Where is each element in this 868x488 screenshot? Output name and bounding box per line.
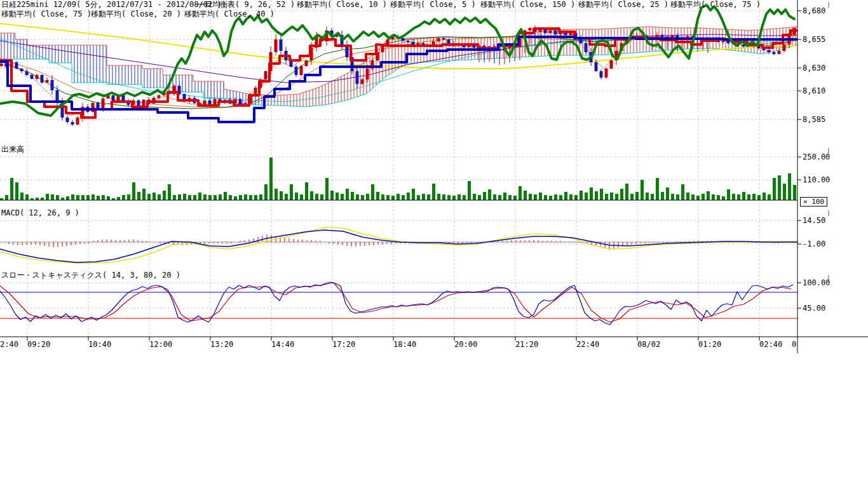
x-axis-label: 21:20: [515, 340, 538, 349]
x-axis-label: 22:40: [576, 340, 599, 349]
x-axis-label: 02:40: [759, 340, 782, 349]
y-axis-label: 100.00: [803, 278, 830, 287]
x-axis-label: 09:20: [27, 340, 50, 349]
stochastics-panel-label: スロー・ストキャスティクス( 14, 3, 80, 20 ): [1, 271, 180, 280]
y-axis-label: 8,655: [803, 35, 825, 44]
y-axis-label: 45.00: [803, 304, 825, 313]
x-axis-label: 13:20: [210, 340, 233, 349]
legend-row-1: 日経225mini 12/09( 5分, 2012/07/31 - 2012/0…: [0, 0, 868, 9]
legend-item: 一目均衡表( 9, 26, 52 ): [197, 0, 295, 9]
legend-row-2: 移動平均( Close, 75 )移動平均( Close, 20 )移動平均( …: [0, 10, 868, 18]
y-axis-label: 110.00: [803, 175, 830, 184]
x-axis-label: 08/02: [637, 340, 660, 349]
volume-multiplier-badge: × 100: [800, 197, 827, 207]
legend-item: 移動平均( Close, 40 ): [184, 10, 275, 18]
x-axis-label: 10:40: [88, 340, 111, 349]
x-axis-label: 0: [792, 340, 796, 349]
legend-item: 移動平均( Close, 75 ): [1, 10, 92, 18]
legend-item: 日経225mini 12/09( 5分, 2012/07/31 - 2012/0…: [1, 0, 222, 9]
y-axis-label: -1.00: [803, 240, 825, 248]
x-axis-label: 17:20: [332, 340, 355, 349]
y-axis-label: 8,585: [803, 115, 825, 124]
x-axis-label: 2:40: [0, 340, 18, 349]
legend-item: 移動平均( Close, 5 ): [390, 0, 476, 9]
chart-canvas[interactable]: [0, 0, 868, 488]
x-axis-label: 12:00: [149, 340, 172, 349]
y-axis-label: 250.00: [803, 152, 830, 161]
legend-item: 移動平均( Close, 75 ): [670, 0, 761, 9]
legend-item: 移動平均( Close, 10 ): [297, 0, 387, 9]
legend-item: 移動平均( Close, 25 ): [578, 0, 668, 9]
y-axis-label: 8,610: [803, 86, 825, 95]
x-axis-label: 14:40: [271, 340, 294, 349]
y-axis-label: 8,630: [803, 64, 825, 72]
volume-panel-label: 出来高: [1, 145, 24, 154]
legend-item: 移動平均( Close, 20 ): [91, 10, 181, 18]
x-axis-label: 01:20: [698, 340, 721, 349]
y-axis-label: 8,680: [803, 6, 825, 15]
x-axis-label: 18:40: [393, 340, 416, 349]
y-axis-label: 14.50: [803, 216, 825, 225]
x-axis-label: 20:00: [454, 340, 477, 349]
macd-panel-label: MACD( 12, 26, 9 ): [1, 208, 79, 217]
legend-item: 移動平均( Close, 150 ): [480, 0, 575, 9]
chart-window: 日経225mini 12/09( 5分, 2012/07/31 - 2012/0…: [0, 0, 868, 488]
